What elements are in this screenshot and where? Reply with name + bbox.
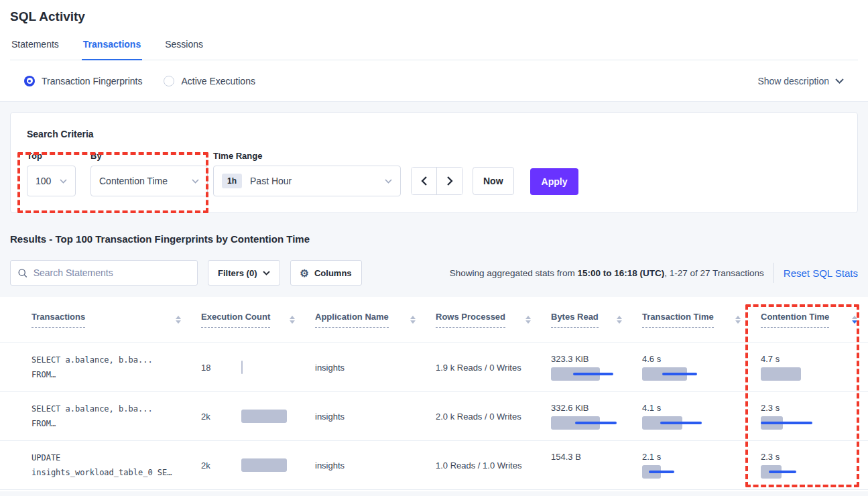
radio-label: Active Executions <box>181 76 255 86</box>
top-select[interactable]: 100 <box>27 166 76 196</box>
show-description-toggle[interactable]: Show description <box>757 76 844 86</box>
results-heading: Results - Top 100 Transaction Fingerprin… <box>10 233 858 245</box>
search-statements-input[interactable] <box>34 267 190 278</box>
transaction-time-stddev-line <box>662 373 697 375</box>
next-time-button[interactable] <box>437 168 462 194</box>
toolbar-divider <box>773 263 774 283</box>
radio-selected-icon <box>24 76 35 86</box>
rows-processed-cell: 2.0 k Reads / 0 Writes <box>436 412 551 422</box>
transaction-fingerprint-link[interactable]: SELECT a.balance, b.ba... FROM… <box>32 353 201 382</box>
sort-icon <box>735 316 741 324</box>
time-range-control: Time Range 1h Past Hour <box>213 151 401 196</box>
execution-count-cell: 18 <box>201 361 315 374</box>
tab-transactions[interactable]: Transactions <box>82 39 142 60</box>
top-label: Top <box>27 151 90 161</box>
column-header-application-name[interactable]: Application Name <box>315 312 436 328</box>
sort-desc-icon <box>852 316 857 324</box>
chevron-down-icon <box>835 78 844 84</box>
now-button[interactable]: Now <box>473 167 514 195</box>
radio-label: Transaction Fingerprints <box>42 76 142 86</box>
radio-unselected-icon <box>164 76 174 86</box>
bytes-read-cell: 332.6 KiB <box>551 403 642 430</box>
execution-count-bar <box>241 458 287 472</box>
sort-icon <box>410 316 416 324</box>
contention-time-stddev-line <box>761 422 812 424</box>
time-nav-group <box>411 167 463 195</box>
filters-button[interactable]: Filters (0) <box>208 260 280 286</box>
bytes-read-cell: 323.3 KiB <box>551 354 642 381</box>
search-icon <box>18 268 27 278</box>
search-criteria-card: Search Criteria Top 100 By Contention Ti… <box>10 112 858 213</box>
by-label: By <box>90 151 208 161</box>
time-range-label: Time Range <box>213 151 401 161</box>
prev-time-button[interactable] <box>412 168 437 194</box>
column-header-transactions[interactable]: Transactions <box>32 312 201 328</box>
filters-button-label: Filters (0) <box>218 268 257 278</box>
rows-processed-cell: 1.0 Reads / 1.0 Writes <box>436 460 551 471</box>
transaction-time-cell: 4.6 s <box>642 354 761 381</box>
reset-sql-stats-link[interactable]: Reset SQL Stats <box>784 267 858 279</box>
columns-button-label: Columns <box>314 268 352 278</box>
application-name-cell: insights <box>315 363 436 373</box>
sort-icon <box>290 316 295 324</box>
chevron-down-icon <box>263 271 270 275</box>
view-toggle-bar: Transaction Fingerprints Active Executio… <box>0 60 868 102</box>
apply-button[interactable]: Apply <box>530 168 579 195</box>
bytes-read-cell: 154.3 B <box>551 452 642 479</box>
execution-count-cell: 2k <box>201 458 315 472</box>
application-name-cell: insights <box>315 412 436 422</box>
tab-bar: Statements Transactions Sessions <box>10 39 858 60</box>
execution-count-cell: 2k <box>201 410 315 423</box>
column-header-bytes-read[interactable]: Bytes Read <box>551 312 642 328</box>
search-criteria-controls: Top 100 By Contention Time Time Range 1h… <box>27 151 841 196</box>
table-header-row: Transactions Execution Count Application… <box>0 297 868 343</box>
show-description-label: Show description <box>757 76 829 86</box>
contention-time-cell: 2.3 s <box>761 452 868 479</box>
radio-active-executions[interactable]: Active Executions <box>164 76 255 86</box>
execution-count-bar <box>241 410 287 423</box>
table-row: SELECT a.balance, b.ba... FROM… 18 insig… <box>0 343 868 392</box>
tab-sessions[interactable]: Sessions <box>164 39 204 60</box>
chevron-down-icon <box>385 179 392 184</box>
column-header-contention-time[interactable]: Contention Time <box>761 312 868 328</box>
column-header-rows-processed[interactable]: Rows Processed <box>436 312 551 328</box>
transaction-fingerprint-link[interactable]: SELECT a.balance, b.ba... FROM… <box>32 401 201 431</box>
chevron-left-icon <box>421 176 427 186</box>
transaction-time-cell: 4.1 s <box>642 403 761 430</box>
transactions-table: Transactions Execution Count Application… <box>0 297 868 491</box>
by-control: By Contention Time <box>90 151 208 196</box>
columns-button[interactable]: ⚙ Columns <box>290 260 362 286</box>
sort-icon <box>176 316 181 324</box>
column-header-execution-count[interactable]: Execution Count <box>201 312 315 328</box>
radio-transaction-fingerprints[interactable]: Transaction Fingerprints <box>24 76 142 86</box>
page-title: SQL Activity <box>10 9 858 24</box>
tab-statements[interactable]: Statements <box>10 39 60 60</box>
time-range-value: Past Hour <box>250 176 292 186</box>
contention-time-cell: 4.7 s <box>761 354 868 381</box>
top-select-value: 100 <box>36 176 51 186</box>
transaction-time-stddev-line <box>649 471 674 473</box>
sort-icon <box>617 316 622 324</box>
table-row: SELECT a.balance, b.ba... FROM… 2k insig… <box>0 392 868 441</box>
contention-time-stddev-line <box>769 471 796 473</box>
bytes-read-stddev-line <box>575 422 617 424</box>
results-toolbar: Filters (0) ⚙ Columns Showing aggregated… <box>10 260 858 286</box>
sql-activity-page: SQL Activity Statements Transactions Ses… <box>0 0 868 496</box>
by-select-value: Contention Time <box>99 176 168 186</box>
top-control: Top 100 <box>27 151 90 196</box>
search-statements-box <box>10 260 198 286</box>
bytes-read-stddev-line <box>573 373 613 375</box>
column-header-transaction-time[interactable]: Transaction Time <box>642 312 761 328</box>
time-range-select[interactable]: 1h Past Hour <box>213 166 401 196</box>
page-header: SQL Activity Statements Transactions Ses… <box>0 0 868 60</box>
contention-time-bar <box>761 367 801 381</box>
transaction-fingerprint-link[interactable]: UPDATE insights_workload_table_0 SE… <box>32 450 201 480</box>
aggregated-stats-text: Showing aggregated stats from 15:00 to 1… <box>450 268 764 278</box>
rows-processed-cell: 1.9 k Reads / 0 Writes <box>436 363 551 373</box>
chevron-down-icon <box>60 179 67 184</box>
transaction-time-cell: 2.1 s <box>642 452 761 479</box>
chevron-right-icon <box>447 176 453 186</box>
search-criteria-heading: Search Criteria <box>27 129 841 139</box>
by-select[interactable]: Contention Time <box>90 166 208 196</box>
table-row: UPDATE insights_workload_table_0 SE… 2k … <box>0 441 868 490</box>
